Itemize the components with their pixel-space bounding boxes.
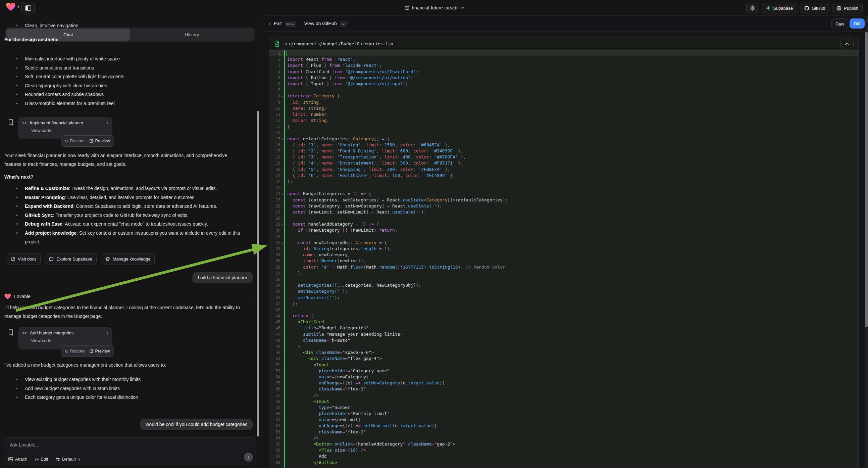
code-line: 20 { id: '5', name: 'Shopping', limit: 2… — [269, 167, 858, 173]
line-number: 40 — [269, 288, 280, 294]
publish-button[interactable]: Publish — [832, 3, 863, 13]
quick-actions-row: Visit docs Explore Supabase Manage knowl… — [7, 253, 155, 265]
supabase-button[interactable]: Supabase — [762, 3, 797, 13]
restore-button[interactable]: ↻ Restore — [65, 349, 85, 354]
list-item: Each category gets a unique color for vi… — [25, 393, 246, 402]
project-chevron-down-icon: ▾ — [462, 6, 464, 10]
exit-button[interactable]: Exit — [274, 21, 281, 26]
line-number: 17 — [269, 148, 280, 154]
code-line: 64 /> — [269, 435, 858, 441]
fold-chevron-icon[interactable]: ∨ — [280, 136, 284, 142]
visit-docs-button[interactable]: Visit docs — [7, 253, 40, 265]
tab-history[interactable]: History — [130, 29, 254, 40]
graduation-cap-icon — [105, 257, 110, 261]
code-line: 36 color: '#' + Math.floor(Math.random()… — [269, 264, 858, 270]
preview-button[interactable]: Preview — [89, 139, 110, 143]
chat-scrollbar-thumb[interactable] — [257, 111, 259, 436]
edit-mode-button[interactable]: ◎ Edit — [35, 457, 48, 462]
code-line: 1 — [269, 50, 858, 56]
fold-chevron-icon[interactable]: ∨ — [280, 191, 284, 197]
version-actions: ↻ Restore Preview — [61, 346, 114, 357]
preview-button[interactable]: Preview — [89, 349, 110, 353]
list-item: Master Prompting: Use clear, detailed, a… — [25, 193, 246, 202]
lovable-logo-icon[interactable] — [6, 2, 16, 11]
raw-toggle-button[interactable]: Raw — [831, 19, 848, 29]
code-line: 56 className="flex-1" — [269, 386, 858, 392]
code-line: 45 <ChartCard — [269, 319, 858, 325]
line-number: 44 — [269, 313, 280, 319]
code-line: 9 id: string; — [269, 99, 858, 106]
github-button[interactable]: GitHub — [800, 3, 829, 13]
line-number: 5 — [269, 75, 280, 81]
code-line: 41 setNewLimit(''); — [269, 295, 858, 301]
code-line: 31 — [269, 234, 858, 240]
explore-supabase-button[interactable]: Explore Supabase — [45, 253, 96, 265]
line-number: 7 — [269, 87, 280, 93]
manage-knowledge-button[interactable]: Manage knowledge — [101, 253, 155, 265]
view-on-github-link[interactable]: View on GitHub — [304, 21, 337, 26]
line-number: 64 — [269, 435, 280, 441]
line-number: 30 — [269, 227, 280, 233]
line-number: 65 — [269, 441, 280, 447]
line-number: 55 — [269, 380, 280, 386]
top-bullet-list: Clean, intuitive navigation — [4, 21, 246, 30]
line-number: 15 — [269, 136, 280, 142]
project-selector[interactable]: financial-future-creator ▾ — [404, 0, 464, 16]
code-line: 2import React from 'react'; — [269, 56, 858, 62]
collapse-file-button[interactable] — [840, 39, 854, 49]
whats-next-heading: What's next? — [4, 173, 34, 181]
top-bar: ▾ financial-future-creator ▾ Supabase — [0, 0, 868, 16]
code-line: 12 color: string; — [269, 117, 858, 123]
view-code-link[interactable]: View code — [31, 338, 108, 343]
fold-chevron-icon[interactable]: ∨ — [280, 93, 284, 99]
file-card: src/components/budget/BudgetCategories.t… — [269, 37, 859, 468]
send-button[interactable]: ↑ — [244, 452, 253, 462]
code-line: 58 <Input — [269, 399, 858, 405]
line-number: 68 — [269, 460, 280, 466]
page-scrollbar-thumb[interactable] — [865, 32, 868, 327]
settings-button[interactable] — [746, 3, 759, 13]
bookmark-icon[interactable] — [8, 329, 13, 336]
toggle-sidebar-button[interactable] — [22, 2, 35, 14]
logo-chevron-down-icon[interactable]: ▾ — [18, 5, 20, 9]
view-code-link[interactable]: View code — [31, 128, 108, 133]
line-number: 1 — [269, 50, 280, 56]
restore-button[interactable]: ↻ Restore — [65, 139, 85, 144]
code-line: 38 — [269, 276, 858, 282]
assistant-header: Lovable ··· — [4, 293, 254, 299]
line-number: 50 — [269, 350, 280, 355]
code-line: 66 <Plus size={16} /> — [269, 447, 858, 453]
line-number: 52 — [269, 362, 280, 368]
chat-input[interactable] — [9, 442, 212, 448]
project-name: financial-future-creator — [412, 5, 459, 10]
chevron-right-icon: › — [107, 330, 108, 335]
message-menu-icon[interactable]: ··· — [248, 294, 254, 299]
line-number: 59 — [269, 405, 280, 411]
diff-toggle-button[interactable]: Diff — [849, 19, 865, 29]
code-line: 27 const [newLimit, setNewLimit] = React… — [269, 209, 858, 215]
code-line: 59 type="number" — [269, 405, 858, 411]
fold-chevron-icon[interactable]: ∨ — [280, 240, 284, 246]
list-item: Minimalist interface with plenty of whit… — [25, 54, 246, 63]
code-line: 17 { id: '2', name: 'Food & Dining', lim… — [269, 148, 858, 154]
line-number: 38 — [269, 276, 280, 282]
list-item: Add project knowledge: Set key context o… — [25, 229, 246, 246]
bookmark-icon[interactable] — [8, 119, 13, 126]
attach-button[interactable]: Attach — [8, 457, 28, 462]
line-number: 2 — [269, 56, 280, 62]
code-line: 21 { id: '6', name: 'Healthcare', limit:… — [269, 173, 858, 179]
image-icon — [8, 457, 13, 461]
list-item: View existing budget categories with the… — [25, 375, 246, 384]
code-line: 54 value={newCategory} — [269, 374, 858, 380]
line-number: 33 — [269, 246, 280, 252]
code-line: 30 if (!newCategory || !newLimit) return… — [269, 227, 858, 233]
code-line: 11 limit: number; — [269, 112, 858, 117]
fold-chevron-icon[interactable]: ∨ — [280, 221, 284, 227]
line-number: 27 — [269, 209, 280, 215]
line-number: 29 — [269, 221, 280, 227]
restore-icon: ↻ — [65, 139, 68, 144]
page-scrollbar[interactable] — [865, 16, 868, 468]
code-line: 18 { id: '3', name: 'Transportation', li… — [269, 154, 858, 160]
model-selector[interactable]: Default ∨ — [56, 457, 81, 462]
code-view-panel: ‹ Exit ESC View on GitHub G Raw Diff src… — [263, 16, 868, 468]
